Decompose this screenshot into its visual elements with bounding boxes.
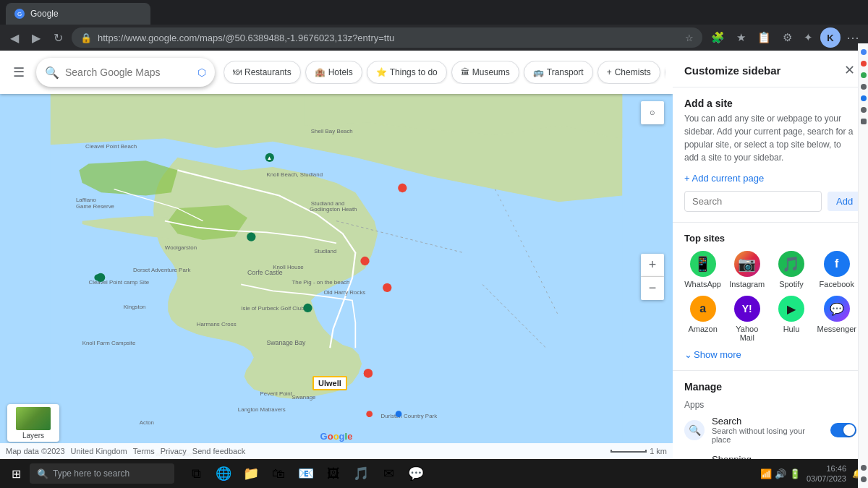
edge-icon-2[interactable] xyxy=(861,61,867,67)
send-feedback-link[interactable]: Send feedback xyxy=(192,447,245,455)
layers-button[interactable]: Layers xyxy=(7,404,59,442)
top-site-amazon[interactable]: a Amazon xyxy=(684,296,721,342)
svg-text:Corfe Castle: Corfe Castle xyxy=(247,269,283,276)
edge-icon-3[interactable] xyxy=(861,72,867,78)
tilt-button[interactable]: ⊙ xyxy=(641,101,664,124)
top-site-whatsapp[interactable]: 📱 WhatsApp xyxy=(684,251,721,288)
sidebar-header: Customize sidebar ✕ xyxy=(673,51,868,87)
back-button[interactable]: ◀ xyxy=(6,28,23,48)
zoom-out-button[interactable]: − xyxy=(641,277,664,300)
taskbar-app-photos[interactable]: 🖼 xyxy=(320,461,346,487)
site-search-input[interactable] xyxy=(684,191,822,212)
top-site-yahoo[interactable]: Y! Yahoo Mail xyxy=(728,296,765,342)
edge-icon-7[interactable] xyxy=(861,119,867,124)
taskbar-battery-icon[interactable]: 🔋 xyxy=(789,468,801,479)
top-site-messenger[interactable]: 💬 Messenger xyxy=(817,296,856,342)
instagram-label: Instagram xyxy=(729,280,765,288)
svg-text:Knoll Farm Campsite: Knoll Farm Campsite xyxy=(82,340,136,346)
sidebar-panel: Customize sidebar ✕ Add a site You can a… xyxy=(673,51,868,459)
taskbar-search-text: Type here to search xyxy=(53,468,129,479)
taskbar-search-button[interactable]: 🔍 Type here to search xyxy=(30,463,174,484)
filter-chemists[interactable]: + Chemists xyxy=(597,61,660,84)
yahoo-icon: Y! xyxy=(734,296,760,322)
copilot-button[interactable]: ✦ xyxy=(799,28,817,47)
refresh-button[interactable]: ↻ xyxy=(49,28,67,48)
search-input[interactable] xyxy=(65,67,192,78)
filter-hotels[interactable]: 🏨 Hotels xyxy=(305,61,362,84)
svg-point-38 xyxy=(396,411,402,417)
favorites-button[interactable]: ★ xyxy=(732,28,750,47)
top-site-facebook[interactable]: f Facebook xyxy=(817,251,856,288)
add-site-button[interactable]: Add xyxy=(827,192,861,211)
search-box[interactable]: 🔍 ⬡ xyxy=(36,58,215,87)
active-tab[interactable]: G Google xyxy=(6,3,150,25)
map-tilt-controls: ⊙ xyxy=(641,101,664,124)
edge-icon-1[interactable] xyxy=(861,51,867,55)
show-more-button[interactable]: ⌄ Show more xyxy=(684,349,741,360)
ulwell-label[interactable]: Ulwell xyxy=(312,376,347,390)
taskbar-app-outlook[interactable]: ✉ xyxy=(375,461,401,487)
svg-point-40 xyxy=(398,184,407,192)
top-sites-section: Top sites 📱 WhatsApp 📷 Instagram 🎵 Spoti… xyxy=(673,223,868,371)
search-app-desc: Search without losing your place xyxy=(712,427,823,444)
taskbar-sound-icon[interactable]: 🔊 xyxy=(775,468,786,479)
taskbar-app-taskview[interactable]: ⧉ xyxy=(183,461,209,487)
svg-point-35 xyxy=(383,283,391,292)
taskbar-app-explorer[interactable]: 📁 xyxy=(238,461,264,487)
sidebar-content[interactable]: Add a site You can add any site or webpa… xyxy=(673,87,868,459)
taskbar-app-edge[interactable]: 🌐 xyxy=(210,461,237,487)
filter-museums[interactable]: 🏛 Museums xyxy=(451,61,519,84)
scale-bar: 1 km xyxy=(610,447,667,455)
edge-icon-5[interactable] xyxy=(861,95,867,101)
taskbar-time[interactable]: 16:46 03/07/2023 xyxy=(807,463,846,484)
taskbar-app-teams[interactable]: 💬 xyxy=(403,461,429,487)
add-current-page-button[interactable]: + Add current page xyxy=(684,173,764,184)
scale-label: 1 km xyxy=(650,447,667,455)
edge-icon-6[interactable] xyxy=(861,107,867,113)
app-shopping: 🛍 Shopping Coupons, compare savings and … xyxy=(684,454,856,459)
taskbar-app-store[interactable]: 🛍 xyxy=(265,461,292,487)
top-site-instagram[interactable]: 📷 Instagram xyxy=(728,251,765,288)
edge-icon-4[interactable] xyxy=(861,84,867,90)
top-site-spotify[interactable]: 🎵 Spotify xyxy=(773,251,809,288)
chevron-down-icon: ⌄ xyxy=(684,349,692,360)
tab-favicon: G xyxy=(14,9,25,19)
taskbar-network-icon[interactable]: 📶 xyxy=(760,468,772,479)
lock-icon: 🔒 xyxy=(80,33,92,43)
svg-text:Acton: Acton xyxy=(140,419,154,426)
start-button[interactable]: ⊞ xyxy=(6,463,27,485)
svg-text:Studland and: Studland and xyxy=(311,200,345,207)
map-svg: Corfe Castle Harmans Cross Swanage Bay S… xyxy=(0,94,673,459)
svg-text:Kingston: Kingston xyxy=(124,304,146,310)
filter-atms[interactable]: 💳 ATMs xyxy=(665,61,665,84)
forward-button[interactable]: ▶ xyxy=(27,28,45,48)
directions-button[interactable]: ⬡ xyxy=(197,67,206,78)
search-toggle[interactable] xyxy=(830,423,856,437)
whatsapp-label: WhatsApp xyxy=(684,280,721,288)
filter-transport[interactable]: 🚌 Transport xyxy=(524,61,593,84)
taskbar-app-mail[interactable]: 📧 xyxy=(293,461,319,487)
top-site-hulu[interactable]: ▶ Hulu xyxy=(773,296,809,342)
zoom-in-button[interactable]: + xyxy=(641,254,664,277)
collections-button[interactable]: 📋 xyxy=(753,28,775,47)
facebook-icon: f xyxy=(824,251,850,277)
filter-restaurants[interactable]: 🍽 Restaurants xyxy=(224,61,301,84)
privacy-link[interactable]: Privacy xyxy=(161,447,187,455)
terms-link[interactable]: Terms xyxy=(133,447,155,455)
hamburger-button[interactable]: ☰ xyxy=(7,59,30,86)
taskbar-app-music[interactable]: 🎵 xyxy=(348,461,374,487)
address-bar[interactable]: 🔒 https://www.google.com/maps/@50.638948… xyxy=(72,27,702,48)
svg-text:Swanage Bay: Swanage Bay xyxy=(266,339,306,346)
sidebar-close-button[interactable]: ✕ xyxy=(843,61,856,80)
svg-text:▲: ▲ xyxy=(266,155,272,161)
svg-point-31 xyxy=(303,304,312,312)
extensions-button[interactable]: 🧩 xyxy=(707,28,729,47)
profile-button[interactable]: K xyxy=(820,27,841,48)
map-area[interactable]: Corfe Castle Harmans Cross Swanage Bay S… xyxy=(0,94,673,459)
filter-things-to-do[interactable]: ⭐ Things to do xyxy=(367,61,447,84)
taskbar-right: 📶 🔊 🔋 16:46 03/07/2023 🔔 xyxy=(760,463,862,484)
settings-button[interactable]: ⚙ xyxy=(778,28,796,47)
hulu-label: Hulu xyxy=(783,325,800,333)
add-site-title: Add a site xyxy=(684,98,856,109)
svg-text:The Pig - on the beach: The Pig - on the beach xyxy=(292,279,350,286)
